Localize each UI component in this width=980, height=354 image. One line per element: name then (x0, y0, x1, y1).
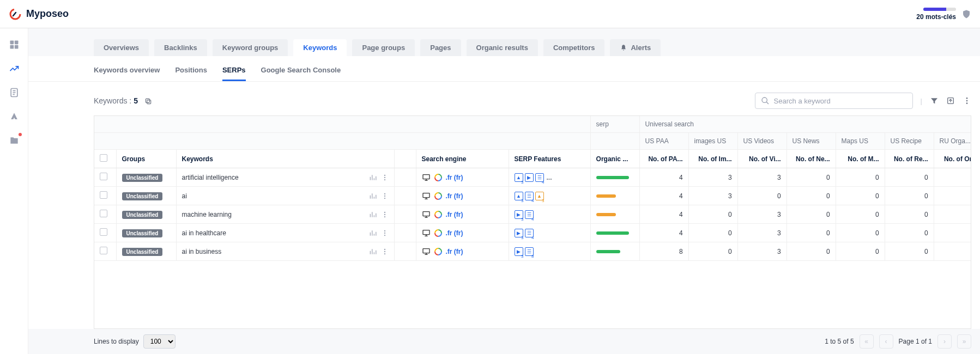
row-checkbox[interactable] (100, 191, 107, 199)
chart-icon[interactable] (369, 211, 377, 218)
row-checkbox[interactable] (100, 228, 107, 236)
page-next-button[interactable]: › (937, 334, 952, 349)
col-videos[interactable]: No. of Vi... (737, 150, 787, 168)
cell-paa: 8 (639, 242, 688, 261)
brand-logo[interactable]: Myposeo (9, 8, 69, 21)
row-checkbox[interactable] (100, 210, 107, 217)
search-input[interactable] (774, 97, 907, 105)
svg-rect-16 (423, 174, 429, 179)
more-vertical-icon[interactable] (381, 211, 389, 218)
sidebar-item-dashboard[interactable] (9, 39, 20, 50)
row-checkbox[interactable] (100, 173, 107, 180)
subtab-gsc[interactable]: Google Search Console (261, 63, 341, 81)
chart-icon[interactable] (369, 229, 377, 237)
sidebar (0, 28, 28, 354)
filter-icon[interactable] (930, 96, 939, 105)
subtab-positions[interactable]: Positions (175, 63, 207, 81)
keywords-count: Keywords : 5 (94, 96, 152, 105)
groupheader-maps: Maps US (836, 133, 885, 150)
svg-rect-40 (423, 230, 429, 234)
tab-organic-results[interactable]: Organic results (467, 39, 538, 56)
col-orga[interactable]: No. of Or... (934, 150, 971, 168)
page-first-button[interactable]: « (860, 334, 874, 349)
cell-images: 3 (688, 187, 737, 205)
svg-rect-48 (423, 248, 429, 253)
subtab-serps[interactable]: SERPs (222, 63, 246, 81)
sidebar-item-reports[interactable] (9, 87, 20, 98)
cell-orga: 0 (934, 242, 971, 261)
col-organic[interactable]: Organic ... (590, 150, 639, 168)
page-prev-button[interactable]: ‹ (879, 334, 893, 349)
tab-alerts[interactable]: Alerts (610, 39, 661, 56)
tab-overviews[interactable]: Overviews (94, 39, 149, 56)
search-engine-locale: .fr (fr) (446, 174, 463, 181)
select-all-checkbox[interactable] (100, 154, 107, 162)
lines-select[interactable]: 100 (143, 334, 176, 349)
search-engine-cell: .fr (fr) (422, 210, 503, 219)
row-checkbox[interactable] (100, 247, 107, 254)
more-vertical-icon[interactable] (381, 192, 389, 200)
group-badge: Unclassified (122, 211, 163, 219)
tab-page-groups[interactable]: Page groups (352, 39, 415, 56)
col-recipe[interactable]: No. of Re... (885, 150, 934, 168)
more-vertical-icon[interactable] (381, 229, 389, 237)
col-keywords[interactable]: Keywords (176, 150, 394, 168)
tab-keyword-groups[interactable]: Keyword groups (213, 39, 288, 56)
svg-point-15 (384, 179, 385, 180)
col-paa[interactable]: No. of PA... (639, 150, 688, 168)
sidebar-item-rankings[interactable] (9, 111, 20, 122)
sidebar-item-projects[interactable] (9, 135, 20, 146)
google-icon (434, 173, 443, 182)
page-last-button[interactable]: » (957, 334, 971, 349)
col-serp-features[interactable]: SERP Features (509, 150, 590, 168)
credits-progress (923, 8, 956, 11)
chart-icon[interactable] (369, 192, 377, 200)
keywords-table: serp Universal search US PAA images US U… (94, 116, 971, 261)
svg-rect-1 (10, 41, 14, 45)
groupheader-news: US News (787, 133, 836, 150)
svg-rect-32 (423, 211, 429, 216)
shield-icon[interactable] (961, 9, 971, 19)
col-images[interactable]: No. of Im... (688, 150, 737, 168)
svg-point-45 (384, 248, 385, 249)
tab-pages[interactable]: Pages (420, 39, 461, 56)
serp-features-cell: ▶3☰8 (515, 247, 585, 256)
groupheader-images: images US (688, 133, 737, 150)
subtab-overview[interactable]: Keywords overview (94, 63, 160, 81)
col-search-engine[interactable]: Search engine (416, 150, 509, 168)
keyword-text: ai in business (182, 248, 222, 255)
svg-point-29 (384, 211, 385, 212)
col-maps[interactable]: No. of M... (836, 150, 885, 168)
sidebar-item-analytics[interactable] (9, 63, 20, 74)
more-vertical-icon[interactable] (963, 96, 971, 105)
cell-videos: 0 (737, 187, 787, 205)
cell-orga: 0 (934, 168, 971, 187)
cell-orga: 0 (934, 187, 971, 205)
tab-keywords[interactable]: Keywords (293, 39, 347, 56)
chart-icon[interactable] (369, 248, 377, 255)
tab-backlinks[interactable]: Backlinks (154, 39, 207, 56)
cell-images: 0 (688, 224, 737, 242)
col-groups[interactable]: Groups (116, 150, 176, 168)
chart-icon[interactable] (369, 174, 377, 181)
serp-features-cell: ▶3☰4 (515, 229, 585, 237)
serp-feature-icon: ▶3 (515, 210, 523, 219)
cell-orga: 0 (934, 205, 971, 224)
copy-icon[interactable] (144, 97, 152, 105)
cell-images: 3 (688, 168, 737, 187)
cell-images: 0 (688, 242, 737, 261)
serp-more[interactable]: ... (546, 174, 552, 181)
tab-competitors[interactable]: Competitors (543, 39, 605, 56)
export-icon[interactable] (946, 96, 955, 105)
search-box[interactable] (755, 93, 913, 109)
serp-feature-icon: ▲3 (515, 192, 523, 200)
cell-recipe: 0 (885, 242, 934, 261)
organic-bar (596, 176, 629, 179)
col-news[interactable]: No. of Ne... (787, 150, 836, 168)
more-vertical-icon[interactable] (381, 248, 389, 255)
svg-point-30 (384, 213, 385, 215)
more-vertical-icon[interactable] (381, 174, 389, 181)
cell-recipe: 0 (885, 187, 934, 205)
search-engine-cell: .fr (fr) (422, 173, 503, 182)
organic-bar (596, 194, 616, 198)
